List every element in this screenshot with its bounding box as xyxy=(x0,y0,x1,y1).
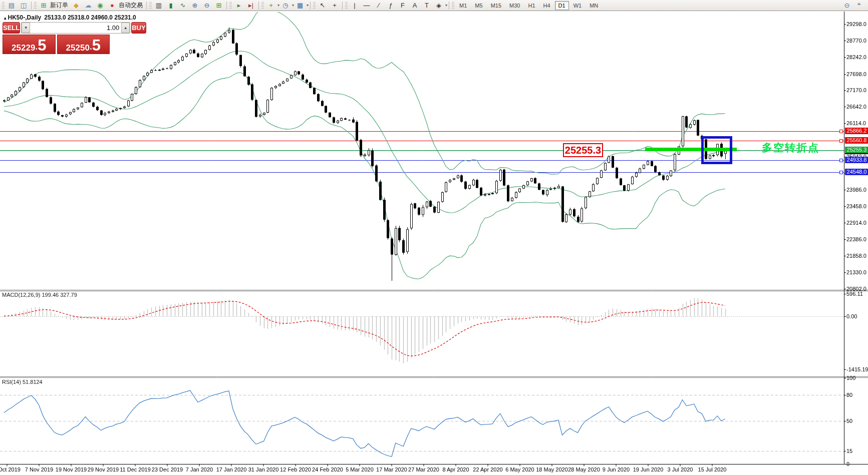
date-label: 6 May 2020 xyxy=(505,466,534,472)
blue-highlight-rectangle[interactable] xyxy=(701,136,732,164)
data-window-icon[interactable]: ◫ xyxy=(18,1,30,11)
symbol-period-label: HK50-,Daily xyxy=(8,14,42,21)
text-label-icon[interactable]: T xyxy=(421,1,433,11)
date-label: 18 May 2020 xyxy=(536,466,568,472)
indicators-icon[interactable]: + xyxy=(265,1,277,11)
buy-price-panel[interactable]: 25250.5 xyxy=(57,35,110,54)
autotrading-icon[interactable]: ● xyxy=(106,1,118,11)
timeframe-W1[interactable]: W1 xyxy=(570,1,586,10)
rsi-axis-label: 100 xyxy=(846,375,855,381)
zoom-out-icon[interactable]: ⊖ xyxy=(201,1,213,11)
toolbar-separator xyxy=(258,2,259,10)
horizontal-line-icon[interactable]: — xyxy=(361,1,373,11)
timeframe-M30[interactable]: M30 xyxy=(506,1,523,10)
volume-input[interactable] xyxy=(30,23,121,33)
volume-decrease-button[interactable]: ▼ xyxy=(22,23,30,33)
sell-button[interactable]: SELL xyxy=(3,22,20,34)
toolbar-group-handle xyxy=(313,2,316,9)
price-callout[interactable]: 25255.3 xyxy=(563,143,603,157)
timeframe-MN[interactable]: MN xyxy=(586,1,602,10)
date-label: 8 Oct 2019 xyxy=(0,466,21,472)
date-label: 23 Dec 2019 xyxy=(152,466,183,472)
cursor-icon[interactable]: ↖ xyxy=(317,1,329,11)
price-tick-label: 21858.0 xyxy=(846,253,866,259)
price-tick-label: 26642.0 xyxy=(846,104,866,110)
date-label: 27 Mar 2020 xyxy=(408,466,439,472)
price-tick-label: 27170.0 xyxy=(846,87,866,93)
timeframe-H1[interactable]: H1 xyxy=(524,1,538,10)
price-level-tag: 25255.3 xyxy=(845,147,868,153)
timeframe-H4[interactable]: H4 xyxy=(540,1,554,10)
chat-icon[interactable]: ❝ xyxy=(853,1,865,11)
date-label: 31 Jan 2020 xyxy=(248,466,279,472)
price-tick-label: 23986.0 xyxy=(846,187,866,193)
new-order-icon[interactable]: ⊞ xyxy=(38,1,50,11)
one-click-trading-widget: SELL ▼ ▲ BUY 25229.5 25250.5 xyxy=(3,22,110,54)
trendline-icon[interactable]: ∕ xyxy=(373,1,385,11)
buy-button[interactable]: BUY xyxy=(131,22,146,34)
fibonacci-icon[interactable]: F xyxy=(397,1,409,11)
dropdown-arrow-icon[interactable]: ▾ xyxy=(307,3,309,8)
date-label: 19 Jun 2020 xyxy=(633,466,664,472)
collapse-triangle-icon[interactable]: ▴ xyxy=(4,16,7,21)
price-level-tag: 25866.2 xyxy=(845,128,868,134)
price-level-tag: 25560.8 xyxy=(845,137,868,144)
date-label: 19 Nov 2019 xyxy=(56,466,87,472)
market-watch-icon[interactable]: ▤ xyxy=(6,1,18,11)
equidistant-channel-icon[interactable]: ƒ xyxy=(385,1,397,11)
arrows-icon[interactable]: ◈ xyxy=(433,1,445,11)
date-label: 9 Jun 2020 xyxy=(603,466,630,472)
timeframe-M15[interactable]: M15 xyxy=(487,1,505,10)
tile-windows-icon[interactable]: ⊞ xyxy=(213,1,225,11)
ohlc-values: 25133.0 25318.0 24960.0 25231.0 xyxy=(44,14,136,21)
candlestick-chart-icon[interactable]: ▮ xyxy=(165,1,177,11)
timeframe-M5[interactable]: M5 xyxy=(471,1,486,10)
macd-indicator-label: MACD(12,26,9) 199.46 327.79 xyxy=(2,292,77,298)
toolbar-group-handle xyxy=(34,2,37,9)
chart-shift-icon[interactable]: ▸| xyxy=(245,1,257,11)
auto-scroll-icon[interactable]: ▸ xyxy=(233,1,245,11)
price-level-tag: 24548.0 xyxy=(845,169,868,175)
macd-axis-label: 0.00 xyxy=(846,313,857,319)
rsi-axis-label: 0 xyxy=(846,461,849,467)
price-tick-label: 28242.0 xyxy=(846,54,866,60)
timeframe-D1[interactable]: D1 xyxy=(555,1,569,10)
templates-icon[interactable]: ▦ xyxy=(294,1,306,11)
price-tick-label: 27698.0 xyxy=(846,71,866,77)
mql5-cloud-icon[interactable]: ☁ xyxy=(82,1,94,11)
timeframe-M1[interactable]: M1 xyxy=(456,1,470,10)
chart-canvas[interactable] xyxy=(0,12,868,475)
line-chart-icon[interactable]: ∿ xyxy=(177,1,189,11)
date-label: 15 Jul 2020 xyxy=(698,466,727,472)
toolbar-separator xyxy=(342,2,343,10)
macd-axis-label: 596.11 xyxy=(846,291,863,297)
toolbar-group-handle xyxy=(261,2,264,9)
search-icon[interactable]: ⊙ xyxy=(841,1,853,11)
date-label: 12 Feb 2020 xyxy=(280,466,311,472)
toolbar-separator xyxy=(310,2,311,10)
metaeditor-icon[interactable]: ◆ xyxy=(70,1,82,11)
sell-price-panel[interactable]: 25229.5 xyxy=(3,35,56,54)
bar-chart-icon[interactable]: ▥ xyxy=(153,1,165,11)
signals-icon[interactable]: ◉ xyxy=(94,1,106,11)
date-label: 22 Apr 2020 xyxy=(473,466,502,472)
date-label: 5 Mar 2020 xyxy=(346,466,374,472)
date-label: 3 Jul 2020 xyxy=(668,466,693,472)
periods-icon[interactable]: ◷ xyxy=(279,1,292,11)
toolbar-group-handle xyxy=(2,2,5,9)
price-tick-label: 22914.0 xyxy=(846,220,866,226)
toolbar-right-group: ⊙❝ xyxy=(841,1,865,11)
chart-title: ▴HK50-,Daily25133.0 25318.0 24960.0 2523… xyxy=(4,14,136,21)
top-toolbar: ▤◫⊞新订单◆☁◉●自动交易▥▮∿⊕⊖⊞▸▸|+▾◷▾▦▾↖+|—∕ƒFAT◈▾… xyxy=(0,0,868,11)
price-level-tag: 24933.8 xyxy=(845,157,868,163)
crosshair-icon[interactable]: + xyxy=(329,1,341,11)
text-icon[interactable]: A xyxy=(409,1,421,11)
vertical-line-icon[interactable]: | xyxy=(349,1,361,11)
date-label: 28 May 2020 xyxy=(568,466,600,472)
turning-point-note[interactable]: 多空转折点 xyxy=(762,141,819,155)
dropdown-arrow-icon[interactable]: ▾ xyxy=(445,3,447,8)
zoom-in-icon[interactable]: ⊕ xyxy=(189,1,201,11)
volume-increase-button[interactable]: ▲ xyxy=(121,23,130,33)
toolbar-group-handle xyxy=(452,2,454,9)
toolbar-separator xyxy=(31,2,32,10)
